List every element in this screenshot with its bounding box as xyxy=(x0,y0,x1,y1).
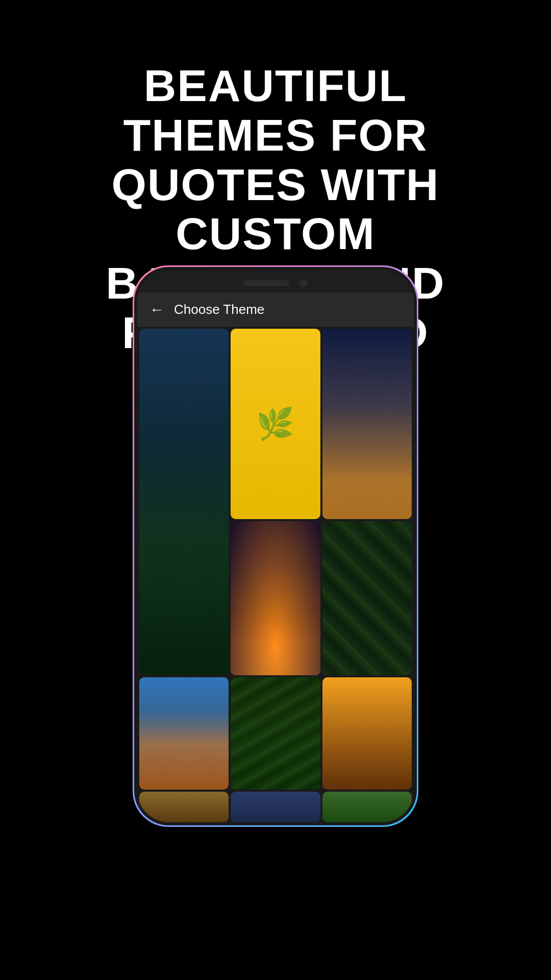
theme-tile-sunset-silhouette[interactable] xyxy=(231,521,320,675)
back-button[interactable]: ← xyxy=(149,303,164,317)
page-background: BEAUTIFUL THEMES FOR QUOTES WITH CUSTOM … xyxy=(0,0,551,438)
phone-inner-shell: ← Choose Theme xyxy=(137,270,414,822)
bottom-partial-tiles xyxy=(137,792,414,822)
theme-grid xyxy=(137,327,414,792)
screen-title: Choose Theme xyxy=(174,302,264,317)
phone-screen: ← Choose Theme xyxy=(137,292,414,822)
phone-outer-shell: ← Choose Theme xyxy=(133,265,418,827)
phone-camera xyxy=(299,279,308,287)
theme-tile-yellow-leaf[interactable] xyxy=(231,329,320,519)
theme-tile-sunset-horizon[interactable] xyxy=(322,329,412,519)
phone-mockup: ← Choose Theme xyxy=(133,265,418,929)
partial-tile-2[interactable] xyxy=(231,792,320,822)
partial-tile-1[interactable] xyxy=(139,792,229,822)
theme-tile-dark-leaves[interactable] xyxy=(322,521,412,675)
partial-tile-3[interactable] xyxy=(322,792,412,822)
theme-tile-sand-dunes[interactable] xyxy=(139,677,229,790)
theme-tile-jungle-aerial[interactable] xyxy=(231,677,320,790)
phone-middle-shell: ← Choose Theme xyxy=(134,267,417,825)
screen-header: ← Choose Theme xyxy=(137,292,414,327)
theme-tile-mountain-sunset[interactable] xyxy=(322,677,412,790)
theme-tile-mountain-night[interactable] xyxy=(139,329,229,675)
phone-notch xyxy=(137,270,414,292)
phone-speaker xyxy=(243,280,289,286)
